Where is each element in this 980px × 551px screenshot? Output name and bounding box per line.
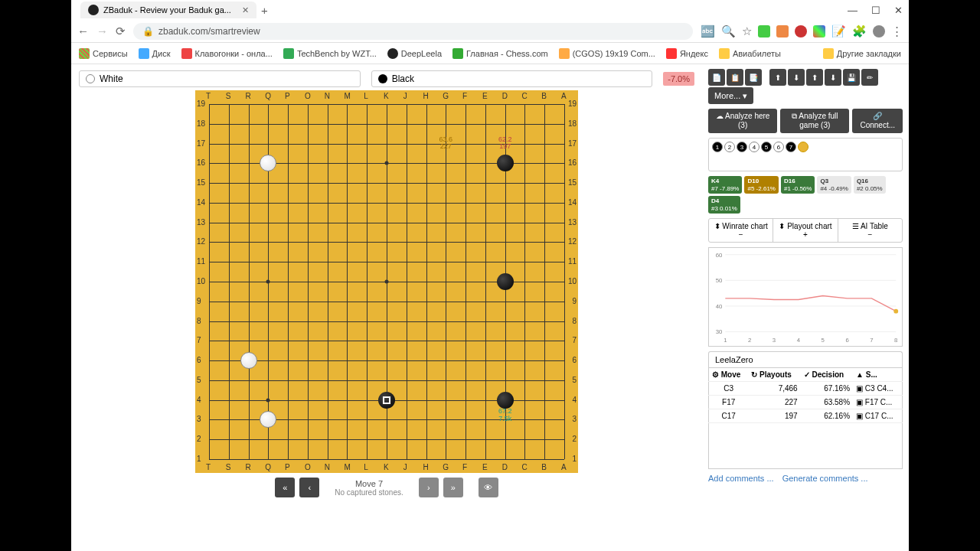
suggestion-badge[interactable]: K4#7 -7.89% [708,176,742,194]
note-icon[interactable]: 📝 [831,24,846,38]
svg-text:6: 6 [845,337,848,344]
ai-engine-label: LeelaZero [708,351,903,367]
tool-button[interactable]: ⬆ [806,69,823,86]
close-tab-icon[interactable]: ✕ [242,5,249,15]
tool-button[interactable]: ⬇ [788,69,805,86]
suggestion-badge[interactable]: Q3#4 -0.49% [817,176,851,194]
tool-button[interactable]: 📄 [708,69,725,86]
generate-comments-link[interactable]: Generate comments ... [782,474,868,483]
bookmarks-bar: Сервисы Диск Клавогонки - онла... TechBe… [71,43,909,64]
bookmark-item[interactable]: Яндекс [666,48,708,59]
captured-text: No captured stones. [335,488,403,497]
svg-text:30: 30 [716,329,723,336]
svg-text:1: 1 [724,337,727,344]
minimize-icon[interactable]: — [848,5,858,16]
window-buttons: — ☐ ✕ [848,5,903,16]
svg-text:7: 7 [870,337,873,344]
move-sequence: 1234567 [708,138,903,171]
tab-winrate[interactable]: ⬍ Winrate chart− [709,219,773,242]
zoom-icon[interactable]: 🔍 [721,24,736,38]
svg-text:60: 60 [716,252,723,259]
new-tab-icon[interactable]: + [261,4,268,17]
white-player-input[interactable]: White [79,70,361,87]
bookmark-item[interactable]: Сервисы [79,48,128,59]
back-icon[interactable]: ← [77,24,89,37]
url-text: zbaduk.com/smartreview [158,26,260,37]
white-stone-icon [86,74,95,83]
winrate-badge: -7.0% [663,72,694,86]
tool-button[interactable]: 📋 [727,69,743,86]
last-move-button[interactable]: » [443,478,463,497]
menu-icon[interactable]: ⋮ [891,24,903,38]
black-player-input[interactable]: Black [371,70,653,87]
svg-text:4: 4 [797,337,801,344]
bookmark-item[interactable]: TechBench by WZT... [283,48,377,59]
tool-button[interactable]: 📑 [745,69,762,86]
tool-button[interactable]: 💾 [843,69,860,86]
svg-text:3: 3 [773,337,776,344]
svg-text:8: 8 [894,337,897,344]
stone-w[interactable] [240,352,257,369]
first-move-button[interactable]: « [275,478,295,497]
bookmark-item[interactable]: Главная - Chess.com [452,48,548,59]
tool-button[interactable]: ⬇ [825,69,841,86]
bookmark-item[interactable]: Диск [139,48,171,59]
add-comments-link[interactable]: Add comments ... [708,474,774,483]
suggestion-badge[interactable]: D16#1 -0.56% [781,176,815,194]
tool-button[interactable]: ⬆ [769,69,786,86]
translate-icon[interactable]: 🔤 [701,24,715,38]
analyze-here-button[interactable]: ☁ Analyze here (3) [708,109,777,133]
stone-w[interactable] [260,411,276,428]
table-row[interactable]: C1719762.16%▣ C17 C... [709,409,903,423]
forward-icon[interactable]: → [96,24,108,37]
tool-button[interactable]: ✏ [861,69,878,86]
more-button[interactable]: More... ▾ [708,87,753,104]
bookmark-other[interactable]: Другие закладки [823,48,901,59]
svg-point-16 [893,309,898,314]
reload-icon[interactable]: ⟳ [116,24,126,38]
bookmark-item[interactable]: (CGOS) 19x19 Com... [559,48,655,59]
view-button[interactable]: 👁 [479,478,498,497]
ext-1-icon[interactable] [758,25,770,37]
star-icon[interactable]: ☆ [742,24,752,38]
go-board[interactable]: TTSSRRQQPPOONNMMLLKKJJHHGGFFEEDDCCBBAA19… [195,90,578,473]
stone-b[interactable] [497,392,514,409]
favicon [88,5,99,15]
stone-w[interactable] [260,155,276,171]
table-row[interactable]: F1722763.58%▣ F17 C... [709,396,903,409]
move-controls: « ‹ Move 7 No captured stones. › » 👁 [275,478,498,497]
stone-b[interactable] [497,155,514,171]
suggestion-badge[interactable]: D10#5 -2.61% [744,176,778,194]
titlebar: ZBaduk - Review your Baduk ga... ✕ + — ☐… [71,0,909,20]
connect-button[interactable]: 🔗 Connect... [852,109,903,133]
ext-2-icon[interactable] [776,25,789,37]
bookmark-item[interactable]: Авиабилеты [719,48,781,59]
maximize-icon[interactable]: ☐ [871,5,880,16]
prev-move-button[interactable]: ‹ [299,478,319,497]
svg-text:5: 5 [822,337,825,344]
url-input[interactable]: 🔒 zbaduk.com/smartreview [133,23,693,40]
analyze-full-button[interactable]: ⧉ Analyze full game (3) [780,109,849,133]
svg-text:2: 2 [748,337,751,344]
ext-3-icon[interactable] [795,25,807,37]
bookmark-item[interactable]: DeepLeela [387,48,442,59]
suggestion-badge[interactable]: Q16#2 0.05% [854,176,886,194]
next-move-button[interactable]: › [419,478,439,497]
suggestions: K4#7 -7.89%D10#5 -2.61%D16#1 -0.56%Q3#4 … [708,176,903,214]
close-window-icon[interactable]: ✕ [894,5,903,16]
puzzle-icon[interactable]: 🧩 [852,24,867,38]
ext-4-icon[interactable] [813,25,825,37]
bookmark-item[interactable]: Клавогонки - онла... [181,48,273,59]
tab-playout[interactable]: ⬍ Playout chart+ [773,219,838,242]
suggestion-badge[interactable]: D4#3 0.01% [708,196,740,214]
stone-b[interactable] [497,273,514,290]
left-panel: White Black -7.0% TTSSRRQQPPOONNMMLLKKJJ… [71,64,702,551]
comment-links: Add comments ... Generate comments ... [708,474,903,483]
browser-tab[interactable]: ZBaduk - Review your Baduk ga... ✕ [80,2,256,18]
tab-aitable[interactable]: ☰ AI Table− [838,219,902,242]
extensions: 🔤 🔍 ☆ 📝 🧩 ⋮ [701,24,903,38]
chart-tabs: ⬍ Winrate chart− ⬍ Playout chart+ ☰ AI T… [708,218,903,243]
avatar[interactable] [873,25,885,37]
move-number: Move 7 [335,479,403,488]
table-row[interactable]: C37,46667.16%▣ C3 C4... [709,382,903,396]
